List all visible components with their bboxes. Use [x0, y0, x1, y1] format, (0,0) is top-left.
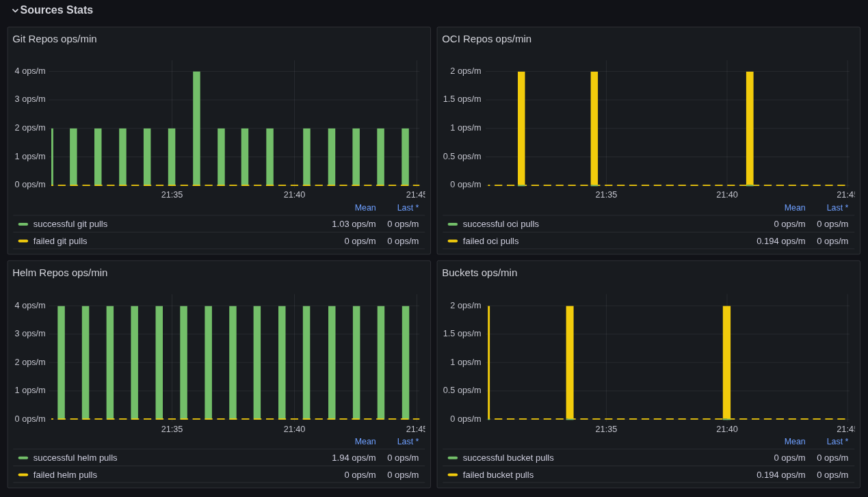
svg-text:Git Repos ops/min: Git Repos ops/min: [12, 33, 96, 44]
svg-text:2 ops/m: 2 ops/m: [450, 301, 481, 310]
svg-text:successful bucket pulls: successful bucket pulls: [463, 453, 554, 463]
svg-text:failed bucket pulls: failed bucket pulls: [463, 470, 534, 480]
svg-text:0 ops/m: 0 ops/m: [387, 453, 419, 463]
svg-text:Buckets ops/min: Buckets ops/min: [442, 267, 517, 278]
svg-text:Mean: Mean: [355, 437, 376, 446]
svg-text:4 ops/m: 4 ops/m: [15, 301, 46, 310]
svg-text:2 ops/m: 2 ops/m: [15, 123, 46, 133]
svg-text:Last *: Last *: [827, 437, 849, 446]
svg-text:0 ops/m: 0 ops/m: [817, 453, 848, 463]
svg-text:Last *: Last *: [397, 437, 419, 446]
svg-text:0 ops/m: 0 ops/m: [817, 470, 848, 480]
svg-text:failed git pulls: failed git pulls: [34, 236, 88, 246]
svg-text:0 ops/m: 0 ops/m: [817, 236, 848, 246]
svg-text:0 ops/m: 0 ops/m: [15, 414, 46, 424]
svg-text:Last *: Last *: [827, 203, 849, 213]
svg-text:successful git pulls: successful git pulls: [34, 219, 108, 229]
svg-text:successful oci pulls: successful oci pulls: [463, 219, 540, 229]
svg-text:failed oci pulls: failed oci pulls: [463, 236, 519, 246]
svg-text:21:40: 21:40: [284, 190, 306, 200]
svg-text:0 ops/m: 0 ops/m: [450, 414, 481, 424]
svg-text:0 ops/m: 0 ops/m: [387, 219, 419, 229]
svg-text:3 ops/m: 3 ops/m: [15, 329, 46, 338]
svg-text:21:35: 21:35: [596, 425, 618, 434]
svg-text:0 ops/m: 0 ops/m: [817, 219, 848, 229]
svg-text:Last *: Last *: [397, 203, 419, 213]
svg-text:failed helm pulls: failed helm pulls: [34, 470, 98, 480]
svg-text:OCI Repos ops/min: OCI Repos ops/min: [442, 33, 531, 44]
svg-text:4 ops/m: 4 ops/m: [15, 66, 46, 76]
svg-text:21:45: 21:45: [406, 425, 428, 434]
svg-text:21:45: 21:45: [406, 190, 428, 200]
svg-text:21:40: 21:40: [716, 425, 738, 434]
svg-text:21:35: 21:35: [161, 425, 183, 434]
svg-text:0 ops/m: 0 ops/m: [344, 470, 376, 480]
svg-text:0.194 ops/m: 0.194 ops/m: [757, 470, 806, 480]
svg-text:Mean: Mean: [355, 203, 376, 213]
svg-text:1.5 ops/m: 1.5 ops/m: [443, 329, 482, 338]
svg-text:0.5 ops/m: 0.5 ops/m: [443, 386, 482, 395]
svg-text:21:35: 21:35: [596, 190, 618, 200]
svg-text:0 ops/m: 0 ops/m: [387, 470, 419, 480]
svg-text:Mean: Mean: [785, 203, 806, 213]
svg-text:1 ops/m: 1 ops/m: [450, 123, 481, 133]
svg-text:successful helm pulls: successful helm pulls: [34, 453, 118, 463]
svg-text:1 ops/m: 1 ops/m: [15, 152, 46, 161]
svg-text:21:35: 21:35: [161, 190, 183, 200]
svg-text:0.5 ops/m: 0.5 ops/m: [443, 152, 482, 161]
svg-text:0 ops/m: 0 ops/m: [450, 180, 481, 189]
svg-text:0 ops/m: 0 ops/m: [387, 236, 419, 246]
svg-text:21:40: 21:40: [716, 190, 738, 200]
svg-text:1.5 ops/m: 1.5 ops/m: [443, 94, 482, 104]
svg-text:2 ops/m: 2 ops/m: [450, 66, 481, 76]
svg-text:0 ops/m: 0 ops/m: [774, 219, 805, 229]
svg-text:Sources Stats: Sources Stats: [21, 4, 94, 16]
svg-text:1.03 ops/m: 1.03 ops/m: [332, 219, 376, 229]
svg-text:Mean: Mean: [785, 437, 806, 446]
svg-text:1.94 ops/m: 1.94 ops/m: [332, 453, 376, 463]
svg-text:0 ops/m: 0 ops/m: [15, 180, 46, 189]
svg-text:1 ops/m: 1 ops/m: [15, 386, 46, 395]
svg-text:3 ops/m: 3 ops/m: [15, 94, 46, 104]
svg-text:0 ops/m: 0 ops/m: [774, 453, 805, 463]
svg-text:0.194 ops/m: 0.194 ops/m: [757, 236, 806, 246]
svg-text:Helm Repos ops/min: Helm Repos ops/min: [12, 267, 107, 278]
svg-text:1 ops/m: 1 ops/m: [450, 358, 481, 367]
svg-text:0 ops/m: 0 ops/m: [344, 236, 376, 246]
svg-text:21:40: 21:40: [284, 425, 306, 434]
svg-text:2 ops/m: 2 ops/m: [15, 358, 46, 367]
